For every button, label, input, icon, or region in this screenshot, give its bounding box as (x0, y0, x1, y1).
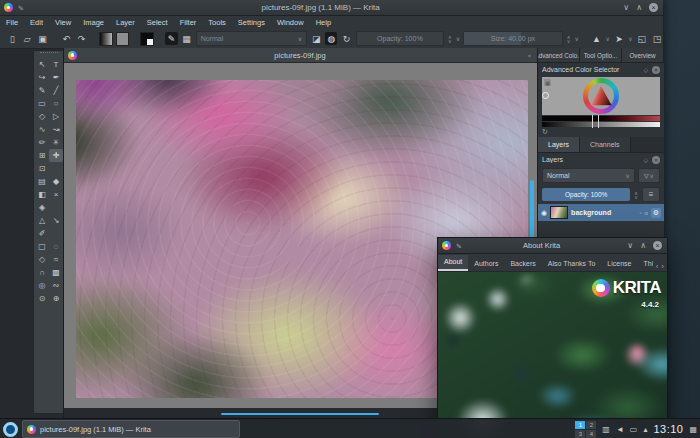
menu-item[interactable]: Window (271, 18, 310, 27)
transform-tool-icon[interactable]: ↖ (35, 58, 49, 71)
snapshot-icon[interactable]: ◳ (651, 32, 663, 45)
open-document-icon[interactable]: ▱ (21, 32, 33, 45)
layer-filter-button[interactable]: ▽ ∨ (638, 168, 660, 183)
empty[interactable] (49, 227, 63, 240)
chevron-down-icon[interactable]: ∨ (606, 35, 610, 42)
layer-properties-button[interactable]: ≡ (642, 187, 660, 202)
measure-tool-icon[interactable]: ↘ (49, 214, 63, 227)
about-title-bar[interactable]: ✐ About Krita ∨ ∧ × (438, 238, 667, 254)
tab-scroll-left-icon[interactable]: ‹ (656, 262, 659, 271)
about-tab[interactable]: License (601, 257, 637, 271)
bezier-curve-tool-icon[interactable]: ∿ (35, 123, 49, 136)
lightness-bar[interactable] (542, 122, 660, 127)
clipboard-icon[interactable]: ▥ (602, 425, 610, 434)
menu-item[interactable]: Image (77, 18, 110, 27)
multibrush-tool-icon[interactable]: ✳ (49, 136, 63, 149)
layer-alpha-icon[interactable]: α (645, 210, 648, 216)
float-docker-icon[interactable]: ◇ (643, 156, 648, 163)
pin-icon[interactable]: ✐ (454, 243, 462, 249)
gradient-swatch[interactable] (99, 32, 112, 46)
fill-tool-icon[interactable]: ◈ (35, 201, 49, 214)
smart-patch-tool-icon[interactable]: × (49, 188, 63, 201)
layer-opacity-slider[interactable]: Opacity: 100% (542, 188, 630, 201)
minimize-button[interactable]: ∨ (627, 241, 633, 250)
empty[interactable] (49, 162, 63, 175)
menu-item[interactable]: View (49, 18, 77, 27)
mirror-horizontal-icon[interactable]: ▲ (590, 32, 602, 45)
line-tool-icon[interactable]: ╱ (49, 84, 63, 97)
brush-presets-icon[interactable]: ▦ (181, 32, 193, 45)
minimize-button[interactable]: ∨ (623, 3, 629, 12)
menu-item[interactable]: Edit (24, 18, 49, 27)
contiguous-select-tool-icon[interactable]: ◎ (35, 279, 49, 292)
ellipse-select-tool-icon[interactable]: ◌ (49, 240, 63, 253)
color-history-bar[interactable] (542, 116, 660, 121)
menu-item[interactable]: Tools (202, 18, 232, 27)
brush-editor-icon[interactable]: ✎ (165, 32, 177, 45)
dynamic-brush-tool-icon[interactable]: ✏ (35, 136, 49, 149)
rect-select-tool-icon[interactable]: ▢ (35, 240, 49, 253)
bezier-select-tool-icon[interactable]: ∾ (49, 279, 63, 292)
wrap-around-icon[interactable]: ◱ (636, 32, 648, 45)
empty[interactable] (49, 201, 63, 214)
reload-preset-icon[interactable]: ↻ (340, 32, 352, 45)
tab-scroll-right-icon[interactable]: › (661, 262, 664, 271)
close-docker-icon[interactable]: × (652, 66, 660, 74)
close-button[interactable]: × (653, 241, 662, 250)
text-tool-icon[interactable]: T (49, 58, 63, 71)
crop-tool-icon[interactable]: ⊡ (35, 162, 49, 175)
chevron-down-icon[interactable]: ∨ (456, 35, 460, 42)
docker-tab[interactable]: Overview (622, 48, 664, 62)
reference-images-tool-icon[interactable]: ✐ (35, 227, 49, 240)
color-sampler-tool-icon[interactable]: ◆ (49, 175, 63, 188)
layer-opacity-spinner[interactable]: ∧∨ (634, 191, 638, 199)
clock[interactable]: 13:10 (653, 423, 683, 435)
selector-settings-icon[interactable]: ▦ (544, 79, 551, 86)
menu-item[interactable]: File (0, 18, 24, 27)
magnetic-select-tool-icon[interactable]: ∩ (35, 266, 49, 279)
color-selector-area[interactable]: ▦ (542, 77, 660, 115)
menu-item[interactable]: Help (310, 18, 337, 27)
layer-visibility-eye-icon[interactable]: ◉ (541, 209, 547, 217)
display-icon[interactable]: ▭ (630, 425, 638, 434)
edit-shapes-tool-icon[interactable]: ↪ (35, 71, 49, 84)
menu-item[interactable]: Settings (232, 18, 271, 27)
size-slider[interactable]: Size: 40.00 px (463, 31, 563, 46)
eraser-mode-icon[interactable]: ◪ (310, 32, 322, 45)
blending-mode-dropdown[interactable]: Normal ∨ (196, 31, 307, 46)
chevron-down-icon[interactable]: ∨ (628, 35, 632, 42)
about-tab[interactable]: Backers (504, 257, 541, 271)
pager-desktop[interactable]: 3 (575, 430, 585, 438)
tray-expander-icon[interactable]: ▴ (643, 425, 647, 434)
about-tab[interactable]: Third-p (637, 257, 652, 271)
move-tool-icon[interactable]: ✛ (49, 149, 63, 162)
pattern-edit-tool-icon[interactable]: ◧ (35, 188, 49, 201)
layers-channels-tab[interactable]: Channels (580, 137, 631, 152)
freehand-brush-tool-icon[interactable]: ✎ (35, 84, 49, 97)
docker-tab[interactable]: Advanced Colo... (538, 48, 580, 62)
restore-button[interactable]: ▫ (523, 49, 536, 62)
menu-item[interactable]: Filter (174, 18, 203, 27)
layer-settings-gear-icon[interactable]: ⚙ (651, 208, 661, 218)
assistants-tool-icon[interactable]: △ (35, 214, 49, 227)
calligraphy-tool-icon[interactable]: ✒ (49, 71, 63, 84)
undo-icon[interactable]: ↶ (60, 32, 72, 45)
subwindow-title-bar[interactable]: pictures-09f.jpg ▫ (64, 48, 538, 63)
maximize-button[interactable]: ∧ (636, 3, 642, 12)
preserve-alpha-icon[interactable]: ◍ (325, 32, 337, 45)
new-document-icon[interactable]: ▯ (6, 32, 18, 45)
about-tab[interactable]: About (438, 255, 468, 271)
similar-select-tool-icon[interactable]: ▩ (49, 266, 63, 279)
gradient-tool-icon[interactable]: ▤ (35, 175, 49, 188)
vertical-scrollbar[interactable] (530, 180, 534, 240)
ellipse-tool-icon[interactable]: ○ (49, 97, 63, 110)
layer-lock-icon[interactable]: ▫ (639, 210, 641, 216)
pager-desktop[interactable]: 2 (586, 421, 596, 429)
menu-item[interactable]: Layer (110, 18, 141, 27)
zoom-tool-icon[interactable]: ⊙ (35, 292, 49, 305)
transform-layer-tool-icon[interactable]: ⊞ (35, 149, 49, 162)
fg-bg-colors-swatch[interactable] (140, 32, 153, 46)
freehand-select-tool-icon[interactable]: ≈ (49, 253, 63, 266)
volume-icon[interactable]: ◄ (616, 425, 624, 434)
pan-tool-icon[interactable]: ⊕ (49, 292, 63, 305)
